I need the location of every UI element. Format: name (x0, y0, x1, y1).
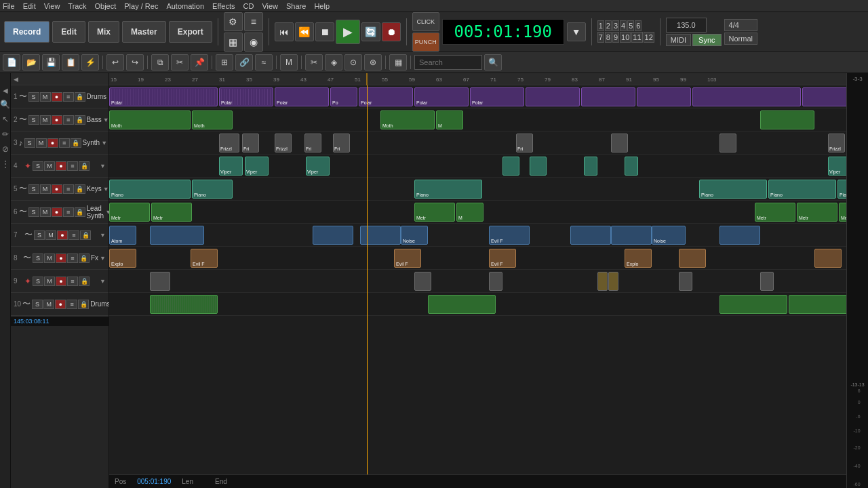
track-solo-2[interactable]: S (28, 115, 39, 125)
track-solo-4[interactable]: S (33, 161, 43, 171)
numpad-10[interactable]: 10 (620, 32, 631, 43)
clip-6-5[interactable]: Metr (755, 203, 795, 222)
clip-4-1[interactable]: Viper (219, 157, 243, 176)
clip-8-3[interactable]: Evil F (394, 249, 421, 268)
clip-4-2[interactable]: Viper (245, 157, 269, 176)
clip-3-3[interactable]: Frizzl (275, 134, 292, 152)
clip-4-6[interactable] (584, 157, 597, 176)
search-button[interactable]: 🔍 (484, 54, 502, 70)
track-dropdown-9[interactable]: ▼ (100, 278, 106, 285)
track-dropdown-8[interactable]: ▼ (100, 255, 106, 262)
track-lock-6[interactable]: 🔒 (75, 207, 85, 217)
track-dropdown-7[interactable]: ▼ (100, 232, 106, 239)
clip-9-5[interactable] (608, 272, 618, 291)
numpad-1[interactable]: 1 (597, 20, 604, 31)
export-button[interactable]: Export (169, 21, 212, 43)
clip-8-2[interactable]: Evil F (191, 249, 218, 268)
track-fx-9[interactable]: ≡ (67, 277, 78, 286)
normalize-tool[interactable]: ⊛ (364, 54, 382, 70)
track-fx-6[interactable]: ≡ (63, 207, 74, 217)
clip-2-1[interactable]: Moth (109, 110, 191, 129)
track-record-9[interactable]: ● (56, 277, 66, 286)
clip-5-3[interactable]: Piano (414, 180, 482, 199)
track-mute-4[interactable]: M (44, 161, 55, 171)
numpad-12[interactable]: 12 (644, 32, 654, 43)
search-input[interactable] (414, 55, 482, 70)
menu-edit[interactable]: Edit (23, 2, 36, 10)
track-lock-1[interactable]: 🔒 (75, 92, 85, 102)
cut-tool[interactable]: ✂ (171, 54, 189, 70)
track-lane-1[interactable]: Polar Polar Polar Po Polar Polar (109, 85, 846, 108)
clip-7-9[interactable]: Noise (652, 226, 686, 245)
erase-tool[interactable]: ⊘ (2, 144, 9, 154)
clip-8-7[interactable] (814, 249, 842, 268)
clip-1-11[interactable] (692, 87, 801, 106)
clip-1-5[interactable]: Polar (359, 87, 413, 106)
track-fx-4[interactable]: ≡ (67, 161, 78, 171)
clip-1-6[interactable]: Polar (414, 87, 469, 106)
track-fx-10[interactable]: ≡ (66, 300, 77, 309)
clip-5-2[interactable]: Piano (192, 180, 233, 199)
fx-icon[interactable]: ◉ (244, 33, 263, 52)
clip-3-7[interactable] (611, 134, 628, 152)
clip-1-2[interactable]: Polar (219, 87, 273, 106)
clip-9-2[interactable] (414, 272, 431, 291)
edit-button[interactable]: Edit (52, 21, 85, 43)
track-dropdown-2[interactable]: ▼ (103, 117, 109, 123)
clip-1-10[interactable] (637, 87, 691, 106)
track-fx-2[interactable]: ≡ (63, 115, 74, 125)
numpad-4[interactable]: 4 (620, 20, 627, 31)
track-lane-6[interactable]: Metr Metr Metr M Metr Metr Metr (109, 201, 846, 224)
track-record-4[interactable]: ● (56, 161, 66, 171)
menu-share[interactable]: Share (286, 2, 306, 10)
track-mute-9[interactable]: M (44, 277, 55, 286)
clip-1-12[interactable] (802, 87, 846, 106)
track-lane-2[interactable]: Moth Moth Moth M (109, 108, 846, 131)
clip-8-5[interactable]: Explo (625, 249, 652, 268)
track-record-3[interactable]: ● (47, 138, 58, 148)
track-lock-9[interactable]: 🔒 (79, 277, 90, 286)
grid-tool[interactable]: ⊞ (216, 54, 233, 70)
clip-6-4[interactable]: M (456, 203, 484, 222)
numpad-2[interactable]: 2 (605, 20, 612, 31)
sync-button[interactable]: Sync (692, 34, 721, 46)
stop-button[interactable]: ⏹ (315, 22, 334, 41)
clip-7-4[interactable] (360, 226, 401, 245)
clip-6-6[interactable]: Metr (797, 203, 837, 222)
track-fx-5[interactable]: ≡ (63, 184, 74, 194)
track-lane-8[interactable]: Explo Evil F Evil F Evil F Explo Explo (109, 247, 846, 270)
track-fx-1[interactable]: ≡ (63, 92, 74, 102)
track-record-5[interactable]: ● (52, 184, 62, 194)
clip-9-4[interactable] (597, 272, 608, 291)
trim-tool[interactable]: ✂ (305, 54, 323, 70)
track-lock-7[interactable]: 🔒 (80, 230, 91, 240)
clip-7-6[interactable]: Evil F (489, 226, 530, 245)
clip-6-3[interactable]: Metr (414, 203, 455, 222)
clip-4-5[interactable] (530, 157, 547, 176)
mix-button[interactable]: Mix (88, 21, 119, 43)
clip-3-2[interactable]: Fri (242, 134, 259, 152)
undo-tool[interactable]: ↩ (106, 54, 124, 70)
mixer-icon[interactable]: ≡ (244, 12, 263, 31)
arrange-area[interactable]: 15192327 31353943 47515559 63677175 7983… (109, 73, 846, 488)
track-solo-1[interactable]: S (28, 92, 39, 102)
track-mute-10[interactable]: M (43, 300, 54, 309)
numpad-9[interactable]: 9 (612, 32, 619, 43)
save-as-tool[interactable]: 📋 (62, 54, 79, 70)
track-solo-9[interactable]: S (33, 277, 43, 286)
clip-1-7[interactable]: Polar (470, 87, 524, 106)
track-lock-2[interactable]: 🔒 (75, 115, 85, 125)
clip-3-1[interactable]: Frizzl (219, 134, 239, 152)
track-solo-10[interactable]: S (32, 300, 43, 309)
clip-2-3[interactable]: Moth (380, 110, 435, 129)
rewind-to-start-button[interactable]: ⏮ (275, 22, 294, 41)
quantize-tool[interactable]: ≈ (255, 54, 273, 70)
track-record-8[interactable]: ● (56, 253, 66, 263)
numpad-8[interactable]: 8 (605, 32, 612, 43)
eq-icon[interactable]: ▦ (224, 33, 243, 52)
mixer-tool[interactable]: M (280, 54, 298, 70)
track-fx-8[interactable]: ≡ (67, 253, 78, 263)
paste-tool[interactable]: 📌 (191, 54, 208, 70)
collapse-left-btn[interactable]: ◀ (1, 87, 9, 94)
zoom-tool[interactable]: 🔍 (0, 100, 10, 109)
